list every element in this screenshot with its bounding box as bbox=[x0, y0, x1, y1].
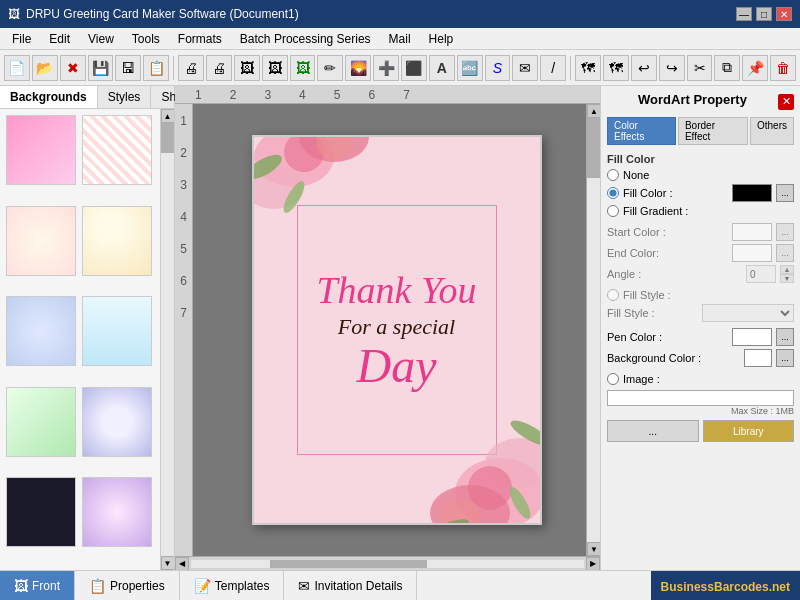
menu-edit[interactable]: Edit bbox=[41, 30, 78, 48]
toolbar-print[interactable]: 🖨 bbox=[178, 55, 204, 81]
ruler-mark: 4 bbox=[299, 88, 306, 102]
fill-color-picker-btn[interactable]: ... bbox=[776, 184, 794, 202]
toolbar-arrow[interactable]: ➕ bbox=[373, 55, 399, 81]
none-radio[interactable] bbox=[607, 169, 619, 181]
hscroll-right[interactable]: ▶ bbox=[586, 557, 600, 571]
toolbar-cut[interactable]: ✂ bbox=[687, 55, 713, 81]
menu-file[interactable]: File bbox=[4, 30, 39, 48]
card-text-day: Day bbox=[316, 342, 476, 390]
toolbar-copy2[interactable]: ⧉ bbox=[714, 55, 740, 81]
toolbar-del[interactable]: 🗑 bbox=[770, 55, 796, 81]
tab-styles[interactable]: Styles bbox=[98, 86, 152, 108]
toolbar-new[interactable]: 📄 bbox=[4, 55, 30, 81]
titlebar-controls[interactable]: — □ ✕ bbox=[736, 7, 792, 21]
fillcolor-radio[interactable] bbox=[607, 187, 619, 199]
toolbar-paste[interactable]: 📌 bbox=[742, 55, 768, 81]
toolbar-mail[interactable]: ✉ bbox=[512, 55, 538, 81]
prop-tab-color[interactable]: Color Effects bbox=[607, 117, 676, 145]
toolbar-img1[interactable]: 🖼 bbox=[234, 55, 260, 81]
menu-view[interactable]: View bbox=[80, 30, 122, 48]
bg-item-2[interactable] bbox=[82, 115, 152, 185]
toolbar-art[interactable]: S bbox=[485, 55, 511, 81]
fillstyle-select[interactable] bbox=[702, 304, 795, 322]
tab-backgrounds[interactable]: Backgrounds bbox=[0, 86, 98, 108]
bg-item-9[interactable] bbox=[6, 477, 76, 547]
toolbar-pen[interactable]: ✏ bbox=[317, 55, 343, 81]
toolbar-save2[interactable]: 🖫 bbox=[115, 55, 141, 81]
image-input[interactable] bbox=[607, 390, 794, 406]
bg-item-8[interactable] bbox=[82, 387, 152, 457]
pen-color-box[interactable] bbox=[732, 328, 772, 346]
toolbar-line[interactable]: / bbox=[540, 55, 566, 81]
toolbar-img3[interactable]: 🖼 bbox=[290, 55, 316, 81]
pen-color-btn[interactable]: ... bbox=[776, 328, 794, 346]
end-color-box[interactable] bbox=[732, 244, 772, 262]
toolbar-undo[interactable]: ↩ bbox=[631, 55, 657, 81]
image-radio[interactable] bbox=[607, 373, 619, 385]
toolbar-save[interactable]: 💾 bbox=[88, 55, 114, 81]
menu-formats[interactable]: Formats bbox=[170, 30, 230, 48]
end-color-btn[interactable]: ... bbox=[776, 244, 794, 262]
toolbar-print2[interactable]: 🖨 bbox=[206, 55, 232, 81]
vscroll-thumb[interactable] bbox=[587, 118, 600, 178]
toolbar-map1[interactable]: 🗺 bbox=[575, 55, 601, 81]
vscroll-track[interactable] bbox=[587, 118, 600, 542]
bg-item-6[interactable] bbox=[82, 296, 152, 366]
menu-tools[interactable]: Tools bbox=[124, 30, 168, 48]
panel-close-button[interactable]: ✕ bbox=[778, 94, 794, 110]
start-color-btn[interactable]: ... bbox=[776, 223, 794, 241]
hscroll-track[interactable] bbox=[191, 560, 584, 568]
toolbar-img2[interactable]: 🖼 bbox=[262, 55, 288, 81]
status-properties[interactable]: 📋 Properties bbox=[75, 571, 180, 600]
toolbar-img5[interactable]: 🔤 bbox=[457, 55, 483, 81]
bg-item-4[interactable] bbox=[82, 206, 152, 276]
fillgradient-radio[interactable] bbox=[607, 205, 619, 217]
angle-down[interactable]: ▼ bbox=[780, 274, 794, 283]
scroll-down[interactable]: ▼ bbox=[161, 556, 175, 570]
toolbar-text[interactable]: A bbox=[429, 55, 455, 81]
scroll-up[interactable]: ▲ bbox=[161, 109, 175, 123]
bg-item-1[interactable] bbox=[6, 115, 76, 185]
none-row: None bbox=[607, 169, 794, 181]
menu-help[interactable]: Help bbox=[421, 30, 462, 48]
hscroll-left[interactable]: ◀ bbox=[175, 557, 189, 571]
menu-mail[interactable]: Mail bbox=[381, 30, 419, 48]
ruler-mark: 2 bbox=[230, 88, 237, 102]
start-color-box[interactable] bbox=[732, 223, 772, 241]
toolbar-open[interactable]: 📂 bbox=[32, 55, 58, 81]
bg-color-btn[interactable]: ... bbox=[776, 349, 794, 367]
bg-item-5[interactable] bbox=[6, 296, 76, 366]
maximize-button[interactable]: □ bbox=[756, 7, 772, 21]
fill-color-box[interactable] bbox=[732, 184, 772, 202]
angle-input[interactable] bbox=[746, 265, 776, 283]
toolbar-img4[interactable]: 🌄 bbox=[345, 55, 371, 81]
menu-batch[interactable]: Batch Processing Series bbox=[232, 30, 379, 48]
properties-icon: 📋 bbox=[89, 578, 106, 594]
scroll-thumb[interactable] bbox=[161, 123, 174, 153]
toolbar-redo[interactable]: ↪ bbox=[659, 55, 685, 81]
status-invitation[interactable]: ✉ Invitation Details bbox=[284, 571, 417, 600]
prop-tab-others[interactable]: Others bbox=[750, 117, 794, 145]
toolbar-map2[interactable]: 🗺 bbox=[603, 55, 629, 81]
toolbar-barcode[interactable]: ⬛ bbox=[401, 55, 427, 81]
angle-up[interactable]: ▲ bbox=[780, 265, 794, 274]
prop-tab-border[interactable]: Border Effect bbox=[678, 117, 748, 145]
hscroll-thumb[interactable] bbox=[270, 560, 427, 568]
greeting-card[interactable]: Thank You For a special Day bbox=[252, 135, 542, 525]
close-button[interactable]: ✕ bbox=[776, 7, 792, 21]
status-templates[interactable]: 📝 Templates bbox=[180, 571, 285, 600]
bg-item-10[interactable] bbox=[82, 477, 152, 547]
bg-item-7[interactable] bbox=[6, 387, 76, 457]
bg-item-3[interactable] bbox=[6, 206, 76, 276]
status-front[interactable]: 🖼 Front bbox=[0, 571, 75, 600]
toolbar-delete[interactable]: ✖ bbox=[60, 55, 86, 81]
fillstyle-radio[interactable] bbox=[607, 289, 619, 301]
library-btn[interactable]: Library bbox=[703, 420, 795, 442]
minimize-button[interactable]: — bbox=[736, 7, 752, 21]
scroll-track[interactable] bbox=[161, 123, 174, 556]
bg-color-box[interactable] bbox=[744, 349, 772, 367]
toolbar-copy[interactable]: 📋 bbox=[143, 55, 169, 81]
image-browse-btn[interactable]: ... bbox=[607, 420, 699, 442]
vscroll-up[interactable]: ▲ bbox=[587, 104, 600, 118]
vscroll-down[interactable]: ▼ bbox=[587, 542, 600, 556]
